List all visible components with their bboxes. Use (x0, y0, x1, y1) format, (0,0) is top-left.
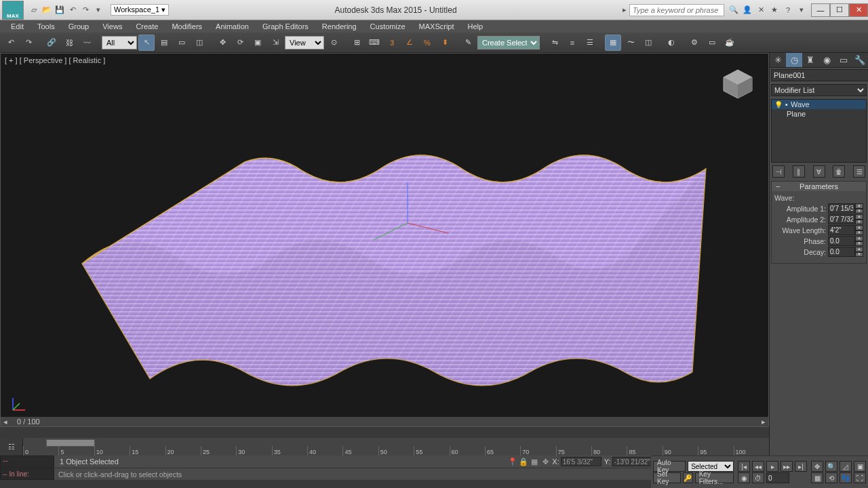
menu-maxscript[interactable]: MAXScript (414, 22, 460, 31)
bind-spacewarp-button[interactable]: 〰 (79, 35, 95, 51)
select-object-button[interactable]: ↖ (138, 35, 155, 51)
scale-button[interactable]: ▣ (250, 35, 266, 51)
spinner-up-icon[interactable]: ▲ (855, 203, 863, 209)
phase-input[interactable] (828, 236, 855, 246)
timeline-config-icon[interactable]: ☷ (0, 438, 23, 455)
manipulate-button[interactable]: ⊞ (349, 35, 365, 51)
time-config-button[interactable]: ⏱ (752, 472, 764, 483)
close-button[interactable]: ✕ (849, 3, 868, 17)
x-coord-input[interactable] (561, 457, 601, 466)
angle-snap-button[interactable]: ∠ (401, 35, 418, 51)
menu-customize[interactable]: Customize (365, 22, 411, 31)
menu-rendering[interactable]: Rendering (317, 22, 362, 31)
viewport-menu-plus[interactable]: [ + ] (5, 56, 18, 64)
current-frame-input[interactable] (766, 472, 789, 483)
app-logo[interactable]: MAX (2, 1, 24, 20)
modifier-expand-icon[interactable]: ▪ (785, 100, 788, 108)
render-setup-button[interactable]: ⚙ (686, 35, 703, 51)
favorites-icon[interactable]: ★ (769, 5, 780, 16)
help-icon[interactable]: ? (783, 5, 793, 16)
zoom-all-button[interactable]: ▦ (811, 472, 823, 483)
zoom-extents-button[interactable]: ▣ (854, 461, 866, 472)
signin-icon[interactable]: 👤 (742, 5, 753, 16)
window-crossing-button[interactable]: ◫ (191, 35, 208, 51)
pin-stack-button[interactable]: ⊣ (772, 165, 785, 178)
walk-button[interactable]: 👣 (840, 472, 852, 483)
link-button[interactable]: 🔗 (43, 35, 60, 51)
goto-start-button[interactable]: |◂ (738, 461, 750, 472)
menu-group[interactable]: Group (63, 22, 95, 31)
curve-editor-button[interactable]: 〜 (623, 35, 639, 51)
motion-tab-icon[interactable]: ◉ (819, 53, 835, 67)
scroll-left-icon[interactable]: ◂ (1, 418, 10, 426)
amplitude1-input[interactable] (828, 203, 855, 214)
unlink-button[interactable]: ⛓ (61, 35, 77, 51)
percent-snap-button[interactable]: % (419, 35, 435, 51)
create-tab-icon[interactable]: ✳ (770, 53, 786, 67)
pivot-center-button[interactable]: ⊙ (326, 35, 342, 51)
open-icon[interactable]: 📂 (41, 5, 52, 16)
spinner-down-icon[interactable]: ▼ (855, 252, 863, 258)
time-slider[interactable]: 0510152025303540455055606570758085909510… (23, 438, 769, 455)
display-tab-icon[interactable]: ▭ (835, 53, 852, 67)
modifier-list-dropdown[interactable]: Modifier List (771, 84, 867, 96)
menu-help[interactable]: Help (462, 22, 489, 31)
spinner-up-icon[interactable]: ▲ (855, 236, 863, 241)
prev-frame-button[interactable]: ◂◂ (752, 461, 764, 472)
spinner-up-icon[interactable]: ▲ (855, 214, 863, 220)
edit-selection-set-button[interactable]: ✎ (460, 35, 476, 51)
spinner-up-icon[interactable]: ▲ (855, 225, 863, 230)
rollout-header[interactable]: −Parameters (772, 182, 866, 191)
spinner-down-icon[interactable]: ▼ (855, 220, 863, 225)
spinner-snap-button[interactable]: ⬍ (437, 35, 453, 51)
viewport-view-label[interactable]: [ Perspective ] (20, 56, 67, 64)
zoom-button[interactable]: 🔍 (825, 461, 837, 472)
workspace-selector[interactable]: Workspace_1 ▾ (111, 4, 169, 16)
spinner-up-icon[interactable]: ▲ (855, 247, 863, 252)
menu-views[interactable]: Views (97, 22, 127, 31)
menu-animation[interactable]: Animation (210, 22, 254, 31)
modifier-stack-item[interactable]: 💡 ▪ Wave (772, 100, 866, 109)
keyfilters-button[interactable]: Key Filters... (695, 472, 734, 483)
new-icon[interactable]: ▱ (28, 5, 39, 16)
viewport-shade-label[interactable]: [ Realistic ] (68, 56, 105, 64)
y-coord-input[interactable] (612, 457, 653, 466)
menu-grapheditors[interactable]: Graph Editors (257, 22, 314, 31)
isolate-icon[interactable]: ▦ (529, 457, 540, 466)
spinner-down-icon[interactable]: ▼ (855, 241, 863, 247)
spinner-down-icon[interactable]: ▼ (855, 209, 863, 214)
redo-button[interactable]: ↷ (20, 35, 37, 51)
maximize-viewport-button[interactable]: ⛶ (854, 472, 866, 483)
wavelength-input[interactable] (828, 225, 855, 235)
toggle-ribbon-button[interactable]: ▦ (605, 35, 621, 51)
ref-coord-system[interactable]: View (285, 36, 324, 49)
maxscript-listener-line2[interactable]: -- In line: (0, 468, 54, 480)
qat-dropdown-icon[interactable]: ▾ (93, 5, 104, 16)
selection-lock-icon[interactable]: 📍 (507, 457, 518, 466)
save-icon[interactable]: 💾 (54, 5, 65, 16)
pan-view-button[interactable]: ✥ (811, 461, 823, 472)
help-dropdown-icon[interactable]: ▾ (796, 5, 807, 16)
search-icon[interactable]: 🔍 (728, 5, 739, 16)
align-button[interactable]: ≡ (564, 35, 580, 51)
setkey-button[interactable]: Set Key (653, 472, 681, 483)
menu-create[interactable]: Create (130, 22, 163, 31)
utilities-tab-icon[interactable]: 🔧 (852, 53, 868, 67)
show-result-button[interactable]: ∥ (793, 165, 805, 178)
key-mode-toggle-button[interactable]: ◉ (738, 472, 750, 483)
object-name-input[interactable] (771, 69, 868, 81)
decay-input[interactable] (828, 247, 855, 257)
modifier-stack[interactable]: 💡 ▪ Wave Plane (771, 99, 867, 163)
modify-tab-icon[interactable]: ◷ (786, 53, 802, 67)
move-button[interactable]: ✥ (214, 35, 231, 51)
transform-typein-icon[interactable]: ✥ (540, 457, 551, 466)
named-selection-sets[interactable]: Create Selection Se (477, 36, 540, 49)
play-button[interactable]: ▸ (766, 461, 778, 472)
render-button[interactable]: ☕ (722, 35, 738, 51)
maximize-button[interactable]: ☐ (830, 3, 849, 17)
next-frame-button[interactable]: ▸▸ (781, 461, 793, 472)
render-frame-button[interactable]: ▭ (704, 35, 720, 51)
remove-modifier-button[interactable]: 🗑 (833, 165, 845, 178)
select-region-button[interactable]: ▭ (174, 35, 190, 51)
maxscript-mini-listener[interactable]: -- (0, 455, 54, 468)
